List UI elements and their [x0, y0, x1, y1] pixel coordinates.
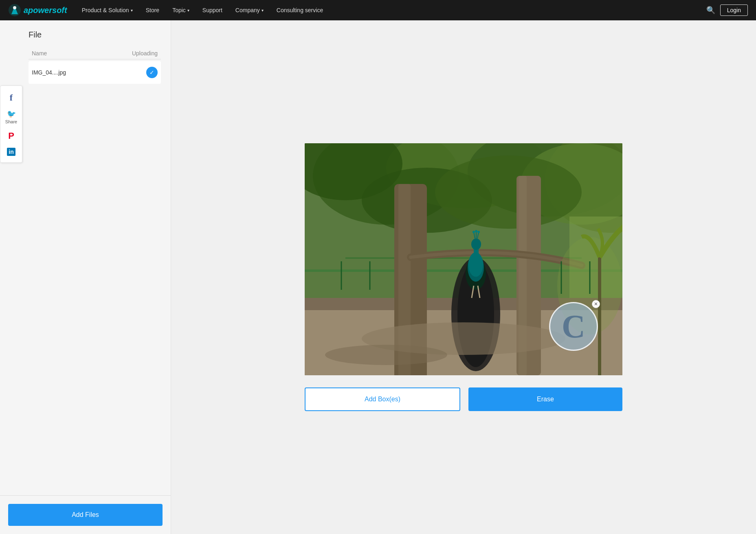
nav-item-store[interactable]: Store	[139, 0, 166, 20]
logo-text: apowersoft	[24, 6, 67, 15]
chevron-down-icon: ▾	[131, 8, 133, 13]
svg-rect-43	[598, 257, 601, 375]
watermark-overlay: C ✕	[549, 302, 598, 351]
file-section: File Name Uploading IMG_04....jpg ✓	[0, 20, 171, 89]
file-table-header: Name Uploading	[29, 48, 161, 59]
search-icon[interactable]: 🔍	[701, 6, 720, 15]
file-row: IMG_04....jpg ✓	[29, 61, 161, 84]
add-boxes-button[interactable]: Add Box(es)	[305, 387, 460, 411]
pinterest-share-button[interactable]: P	[0, 127, 22, 144]
twitter-share-button[interactable]: 🐦 Share	[0, 106, 22, 127]
logo-icon	[8, 4, 21, 17]
share-label: Share	[5, 119, 17, 124]
file-title: File	[29, 30, 161, 39]
svg-point-30	[472, 231, 475, 233]
chevron-down-icon: ▾	[187, 8, 189, 13]
svg-point-2	[13, 6, 16, 9]
right-bottom-bar: Add Box(es) Erase	[305, 387, 622, 411]
logo[interactable]: apowersoft	[8, 4, 67, 17]
left-bottom-bar: Add Files	[0, 495, 171, 534]
left-panel: f 🐦 Share P in File Name Uploading IMG_0…	[0, 20, 171, 534]
nav-item-product[interactable]: Product & Solution ▾	[75, 0, 139, 20]
main-wrapper: f 🐦 Share P in File Name Uploading IMG_0…	[0, 20, 756, 534]
pinterest-icon: P	[8, 131, 14, 141]
close-icon: ✕	[594, 301, 598, 307]
svg-point-36	[325, 345, 447, 365]
svg-point-32	[477, 231, 480, 233]
facebook-share-button[interactable]: f	[0, 89, 22, 106]
add-files-button[interactable]: Add Files	[8, 504, 163, 526]
svg-point-26	[471, 239, 481, 250]
nav-item-topic[interactable]: Topic ▾	[166, 0, 196, 20]
social-sidebar: f 🐦 Share P in	[0, 85, 22, 163]
nav-item-company[interactable]: Company ▾	[229, 0, 270, 20]
login-button[interactable]: Login	[720, 4, 748, 16]
twitter-icon: 🐦	[7, 109, 16, 118]
facebook-icon: f	[10, 92, 13, 103]
col-uploading-label: Uploading	[132, 50, 158, 57]
linkedin-share-button[interactable]: in	[0, 144, 22, 159]
file-name: IMG_04....jpg	[32, 69, 66, 76]
nav-item-support[interactable]: Support	[196, 0, 229, 20]
right-panel: C ✕ Add Box(es) Erase	[171, 20, 756, 534]
watermark-letter: C	[562, 308, 585, 345]
col-name-label: Name	[32, 50, 47, 57]
file-upload-check: ✓	[146, 67, 158, 78]
svg-point-31	[475, 230, 477, 232]
checkmark-icon: ✓	[149, 69, 154, 76]
navbar: apowersoft Product & Solution ▾ Store To…	[0, 0, 756, 20]
chevron-down-icon: ▾	[262, 8, 264, 13]
main-image: C ✕	[305, 143, 622, 375]
nav-item-consulting[interactable]: Consulting service	[270, 0, 330, 20]
linkedin-icon: in	[7, 148, 15, 156]
erase-button[interactable]: Erase	[468, 387, 622, 411]
image-container: C ✕	[305, 143, 622, 375]
watermark-close-button[interactable]: ✕	[592, 300, 600, 308]
svg-point-11	[435, 155, 582, 229]
